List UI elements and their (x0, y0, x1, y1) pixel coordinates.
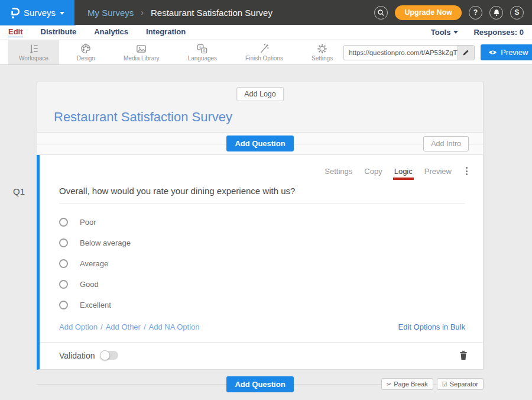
option-label[interactable]: Good (80, 280, 99, 289)
edit-options-in-bulk-link[interactable]: Edit Options in Bulk (398, 322, 465, 331)
tab-edit[interactable]: Edit (8, 27, 23, 37)
add-question-row-top: Add Question Add Intro (37, 133, 484, 155)
survey-container: Add Logo Restaurant Satisfaction Survey … (37, 82, 484, 396)
tab-analytics[interactable]: Analytics (94, 27, 128, 37)
search-icon (377, 9, 385, 17)
add-other-link[interactable]: Add Other (106, 322, 141, 331)
option-tools-row: Add Option / Add Other / Add NA Option E… (59, 322, 465, 331)
page-break-button[interactable]: ✂ Page Break (381, 378, 433, 390)
page-break-label: Page Break (394, 380, 427, 388)
radio-icon[interactable] (59, 280, 68, 289)
toolbar-item-finish-options[interactable]: Finish Options (235, 40, 294, 64)
nav-tabs: Edit Distribute Analytics Integration (8, 27, 186, 37)
question-number: Q1 (13, 186, 25, 196)
answer-option-row[interactable]: Poor (59, 212, 483, 233)
preview-button[interactable]: Preview (481, 44, 532, 60)
responses-count[interactable]: Responses: 0 (473, 28, 524, 37)
add-intro-button[interactable]: Add Intro (423, 136, 469, 151)
add-na-option-link[interactable]: Add NA Option (149, 322, 200, 331)
toolbar-item-label: Design (77, 55, 95, 62)
survey-url-box: https://questionpro.com/t/AP53kZgTW (343, 45, 475, 60)
validation-toggle[interactable] (100, 351, 118, 360)
survey-url-input[interactable]: https://questionpro.com/t/AP53kZgTW (344, 46, 458, 60)
preview-label: Preview (501, 48, 528, 57)
question-action-preview[interactable]: Preview (424, 167, 452, 176)
add-question-button-top[interactable]: Add Question (226, 136, 293, 151)
separator-button[interactable]: ☑ Separator (437, 378, 484, 390)
tab-distribute[interactable]: Distribute (41, 27, 77, 37)
toolbar-item-label: Settings (312, 55, 333, 62)
image-icon (135, 43, 147, 54)
tools-dropdown[interactable]: Tools (431, 28, 459, 37)
notifications-button[interactable] (489, 6, 503, 20)
upgrade-now-button[interactable]: Upgrade Now (395, 5, 462, 20)
gear-icon (316, 43, 328, 54)
svg-text:A: A (203, 49, 206, 53)
toolbar-item-label: Languages (188, 55, 218, 62)
radio-icon[interactable] (59, 238, 68, 247)
question-action-copy[interactable]: Copy (364, 167, 382, 176)
tab-integration[interactable]: Integration (146, 27, 186, 37)
option-label[interactable]: Average (80, 259, 108, 268)
product-switcher[interactable]: Surveys (0, 0, 74, 25)
toolbar-item-label: Finish Options (245, 55, 283, 62)
more-options-icon[interactable] (463, 166, 470, 176)
toolbar-item-workspace[interactable]: Workspace (8, 40, 59, 64)
toolbar-item-media-library[interactable]: Media Library (113, 40, 170, 64)
section-nav: Edit Distribute Analytics Integration To… (0, 25, 532, 40)
question-action-logic[interactable]: Logic (394, 167, 413, 176)
link-separator: / (100, 322, 103, 331)
option-label[interactable]: Excellent (80, 301, 111, 309)
answer-option-row[interactable]: Below average (59, 233, 483, 253)
link-separator: / (144, 322, 146, 331)
separator-label: Separator (450, 380, 478, 388)
add-question-row-bottom: Add Question ✂ Page Break ☑ Separator (37, 372, 484, 396)
answer-option-row[interactable]: Average (59, 253, 483, 274)
toolbar-item-settings[interactable]: Settings (301, 40, 343, 64)
answer-options: Poor Below average Average Good Excellen… (59, 212, 483, 315)
radio-icon[interactable] (59, 218, 68, 227)
edit-url-button[interactable] (458, 46, 474, 60)
question-action-settings[interactable]: Settings (325, 167, 352, 176)
avatar[interactable]: S (510, 6, 524, 20)
question-actions: Settings Copy Logic Preview (40, 155, 483, 176)
eye-icon (488, 49, 497, 56)
add-logo-button[interactable]: Add Logo (236, 87, 284, 101)
question-card: Settings Copy Logic Preview Overall, how… (37, 155, 484, 370)
radio-icon[interactable] (59, 259, 68, 268)
wand-icon (258, 43, 270, 54)
nav-right: Tools Responses: 0 (431, 28, 524, 37)
chevron-down-icon (60, 12, 64, 15)
trash-icon (459, 350, 468, 360)
question-text[interactable]: Overall, how would you rate your dining … (59, 186, 465, 204)
questionpro-logo-icon (10, 7, 20, 19)
search-button[interactable] (374, 6, 388, 20)
help-button[interactable]: ? (469, 6, 482, 20)
validation-row: Validation (40, 342, 483, 369)
answer-option-row[interactable]: Good (59, 274, 483, 295)
add-question-button-bottom[interactable]: Add Question (226, 376, 293, 392)
breadcrumb-my-surveys[interactable]: My Surveys (87, 8, 134, 18)
toolbar-item-languages[interactable]: 文 A Languages (177, 40, 228, 64)
radio-icon[interactable] (59, 301, 68, 309)
survey-title[interactable]: Restaurant Satisfaction Survey (54, 109, 232, 125)
footer-insert-buttons: ✂ Page Break ☑ Separator (381, 378, 484, 390)
workspace-toolbar: Workspace Design Media Library 文 (0, 40, 532, 65)
option-links: Add Option / Add Other / Add NA Option (59, 322, 200, 331)
toggle-knob (100, 350, 110, 360)
chevron-down-icon (453, 31, 458, 34)
add-option-link[interactable]: Add Option (59, 322, 98, 331)
breadcrumb-separator: › (141, 8, 144, 17)
toolbar-right: https://questionpro.com/t/AP53kZgTW Prev… (343, 40, 532, 64)
help-icon: ? (473, 8, 478, 17)
workspace-icon (28, 43, 40, 54)
option-label[interactable]: Below average (80, 238, 131, 247)
page-break-icon: ✂ (387, 381, 391, 388)
answer-option-row[interactable]: Excellent (59, 295, 483, 315)
toolbar-item-design[interactable]: Design (66, 40, 106, 64)
page-title: Restaurant Satisfaction Survey (151, 8, 273, 18)
delete-question-button[interactable] (459, 350, 468, 360)
option-label[interactable]: Poor (80, 218, 96, 227)
palette-icon (80, 43, 92, 54)
separator-icon: ☑ (442, 381, 447, 388)
